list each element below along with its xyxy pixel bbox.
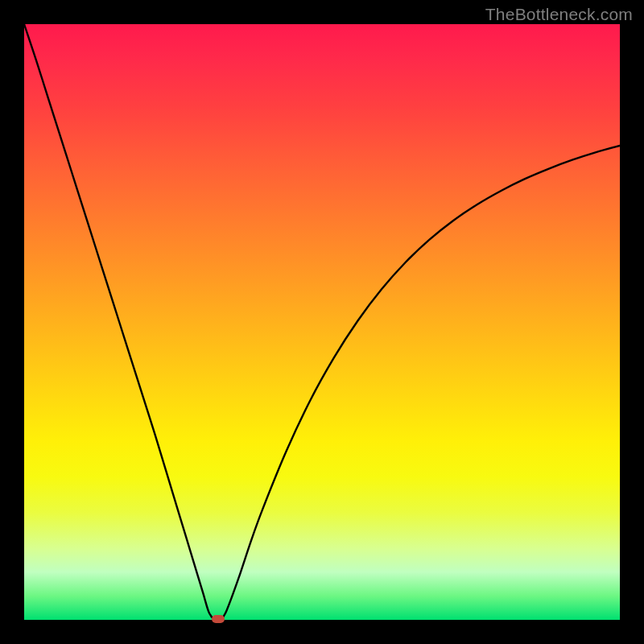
minimum-marker: [212, 615, 225, 623]
chart-plot-area: [24, 24, 620, 620]
bottleneck-curve: [24, 24, 620, 620]
curve-path: [24, 24, 620, 620]
chart-frame: TheBottleneck.com: [0, 0, 644, 644]
watermark-text: TheBottleneck.com: [485, 5, 633, 24]
